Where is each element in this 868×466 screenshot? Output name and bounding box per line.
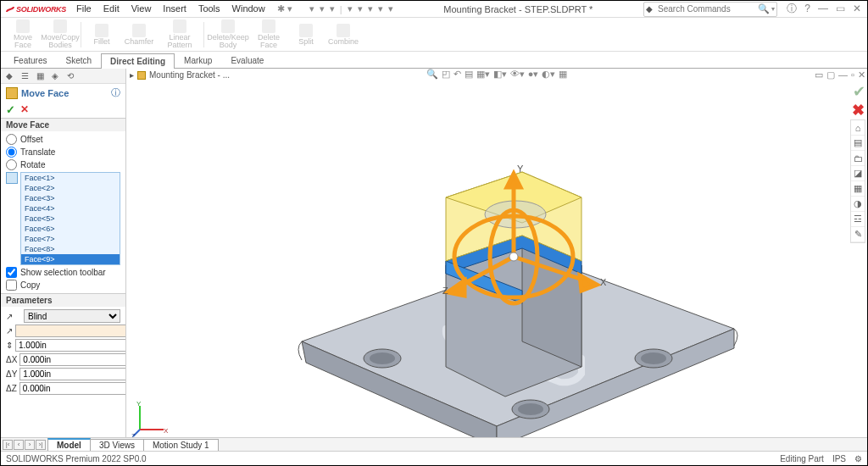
svg-text:Y: Y bbox=[136, 400, 142, 408]
pm-tab-dim-icon[interactable]: ⟲ bbox=[64, 70, 76, 82]
list-item: Face<4> bbox=[21, 203, 120, 214]
help-icon[interactable]: ⓘ bbox=[784, 3, 799, 14]
new-icon[interactable]: ▾ bbox=[309, 3, 314, 14]
pm-tab-display-icon[interactable]: ◈ bbox=[49, 70, 61, 82]
list-item: Face<2> bbox=[21, 183, 120, 193]
dz-input[interactable] bbox=[19, 382, 126, 395]
face-selection-icon[interactable] bbox=[6, 172, 18, 184]
pm-tab-property-icon[interactable]: ☰ bbox=[19, 70, 31, 82]
cmd-split[interactable]: Split bbox=[287, 24, 325, 46]
win-pin-icon[interactable]: ▢ bbox=[826, 69, 835, 80]
model-canvas[interactable]: Y X Z bbox=[126, 82, 867, 448]
tab-nav-first-icon[interactable]: |‹ bbox=[3, 440, 13, 450]
tab-nav-next-icon[interactable]: › bbox=[25, 440, 35, 450]
status-gear-icon[interactable]: ⚙ bbox=[854, 454, 862, 463]
menu-more-icon[interactable]: ✱ ▾ bbox=[272, 2, 298, 16]
svg-text:X: X bbox=[600, 277, 607, 287]
cmd-chamfer[interactable]: Chamfer bbox=[120, 24, 158, 46]
radio-translate[interactable]: Translate bbox=[6, 147, 120, 158]
list-item: Face<8> bbox=[21, 244, 120, 254]
title-bar: SOLIDWORKS File Edit View Insert Tools W… bbox=[1, 1, 867, 18]
tab-features[interactable]: Features bbox=[4, 53, 56, 68]
minimize-icon[interactable]: — bbox=[815, 3, 831, 14]
tab-evaluate[interactable]: Evaluate bbox=[221, 53, 273, 68]
pm-tab-config-icon[interactable]: ▦ bbox=[34, 70, 46, 82]
search-input[interactable] bbox=[654, 3, 756, 16]
tab-markup[interactable]: Markup bbox=[175, 53, 221, 68]
section-icon[interactable]: ▤ bbox=[465, 69, 473, 80]
dx-input[interactable] bbox=[19, 353, 126, 366]
tab-direct-editing[interactable]: Direct Editing bbox=[101, 53, 175, 69]
cmd-move-copy-body[interactable]: Move/Copy Bodies bbox=[42, 19, 79, 49]
hide-show-icon[interactable]: 👁▾ bbox=[510, 69, 525, 80]
cmd-fillet[interactable]: Fillet bbox=[83, 24, 120, 46]
distance-input[interactable] bbox=[15, 339, 126, 352]
view-orient-icon[interactable]: ▦▾ bbox=[476, 69, 490, 80]
btab-motion-study[interactable]: Motion Study 1 bbox=[143, 439, 219, 451]
orientation-triad[interactable]: Y X Z bbox=[131, 399, 170, 438]
cmd-delete-body[interactable]: Delete/Keep Body bbox=[206, 19, 250, 49]
end-condition-select[interactable]: Blind bbox=[24, 309, 120, 323]
open-icon[interactable]: ▾ bbox=[320, 3, 325, 14]
menu-bar: File Edit View Insert Tools Window ✱ ▾ bbox=[71, 2, 298, 16]
prev-view-icon[interactable]: ↶ bbox=[453, 69, 461, 80]
menu-view[interactable]: View bbox=[126, 2, 157, 16]
chk-show-selection-toolbar[interactable]: Show selection toolbar bbox=[6, 267, 120, 278]
dy-input[interactable] bbox=[19, 368, 126, 380]
tab-sketch[interactable]: Sketch bbox=[56, 53, 101, 68]
menu-window[interactable]: Window bbox=[227, 2, 270, 16]
menu-insert[interactable]: Insert bbox=[158, 2, 192, 16]
pm-tab-row: ◆ ☰ ▦ ◈ ⟲ bbox=[1, 69, 125, 84]
print-icon[interactable]: ▾ bbox=[348, 3, 353, 14]
status-units[interactable]: IPS bbox=[832, 454, 846, 463]
cmd-move-face[interactable]: Move Face bbox=[4, 19, 42, 49]
radio-offset[interactable]: Offset bbox=[6, 134, 120, 145]
save-icon[interactable]: ▾ bbox=[330, 3, 335, 14]
pm-section-parameters[interactable]: Parameters bbox=[1, 294, 125, 307]
zoom-fit-icon[interactable]: 🔍 bbox=[426, 69, 438, 80]
close-icon[interactable]: ✕ bbox=[850, 3, 864, 14]
btab-3dviews[interactable]: 3D Views bbox=[90, 439, 144, 451]
search-target-icon[interactable]: ◆ bbox=[646, 4, 653, 14]
cmd-delete-face[interactable]: Delete Face bbox=[250, 19, 287, 49]
win-max-icon[interactable]: ▫ bbox=[851, 69, 854, 80]
menu-tools[interactable]: Tools bbox=[193, 2, 225, 16]
menu-file[interactable]: File bbox=[71, 2, 97, 16]
chk-copy[interactable]: Copy bbox=[6, 280, 120, 291]
undo-icon[interactable]: ▾ bbox=[358, 3, 363, 14]
pm-help-icon[interactable]: ⓘ bbox=[111, 86, 120, 99]
pm-section-moveface[interactable]: Move Face bbox=[1, 119, 125, 131]
accept-button[interactable]: ✓ bbox=[6, 103, 15, 116]
redo-icon[interactable]: ▾ bbox=[368, 3, 373, 14]
breadcrumb[interactable]: ▸ Mounting Bracket - ... bbox=[130, 70, 230, 80]
tab-nav-last-icon[interactable]: ›| bbox=[36, 440, 46, 450]
quick-access-toolbar: ▾ ▾ ▾ | ▾ ▾ ▾ ▾ ▾ bbox=[309, 3, 393, 14]
svg-point-8 bbox=[641, 352, 666, 364]
direction-ref-input[interactable] bbox=[15, 325, 126, 337]
btab-model[interactable]: Model bbox=[47, 438, 91, 451]
search-icon[interactable]: 🔍 bbox=[758, 3, 770, 14]
graphics-viewport[interactable]: ▸ Mounting Bracket - ... 🔍 ◰ ↶ ▤ ▦▾ ◧▾ 👁… bbox=[126, 69, 867, 448]
win-restore-icon[interactable]: ▭ bbox=[815, 69, 823, 80]
pm-tab-feature-tree-icon[interactable]: ◆ bbox=[3, 70, 15, 82]
part-icon bbox=[137, 71, 146, 80]
menu-edit[interactable]: Edit bbox=[98, 2, 125, 16]
cmd-linear-pattern[interactable]: Linear Pattern bbox=[158, 19, 202, 49]
radio-rotate[interactable]: Rotate bbox=[6, 159, 120, 170]
rebuild-icon[interactable]: ▾ bbox=[378, 3, 383, 14]
tab-nav-prev-icon[interactable]: ‹ bbox=[14, 440, 24, 450]
list-item: Face<9> bbox=[21, 254, 120, 264]
face-selection-list[interactable]: Face<1> Face<2> Face<3> Face<4> Face<5> … bbox=[20, 172, 120, 265]
cmd-combine[interactable]: Combine bbox=[325, 24, 362, 46]
render-icon[interactable]: ▦ bbox=[559, 69, 567, 80]
scene-icon[interactable]: ◐▾ bbox=[542, 69, 555, 80]
cancel-button[interactable]: ✕ bbox=[20, 103, 29, 116]
display-style-icon[interactable]: ◧▾ bbox=[493, 69, 507, 80]
svg-point-6 bbox=[518, 403, 543, 415]
appearance-icon[interactable]: ●▾ bbox=[528, 69, 539, 80]
maximize-icon[interactable]: ▭ bbox=[833, 3, 848, 14]
win-min-icon[interactable]: — bbox=[838, 69, 848, 80]
whatsnew-icon[interactable]: ? bbox=[802, 3, 813, 14]
win-close-icon[interactable]: ✕ bbox=[858, 69, 865, 80]
zoom-area-icon[interactable]: ◰ bbox=[442, 69, 450, 80]
